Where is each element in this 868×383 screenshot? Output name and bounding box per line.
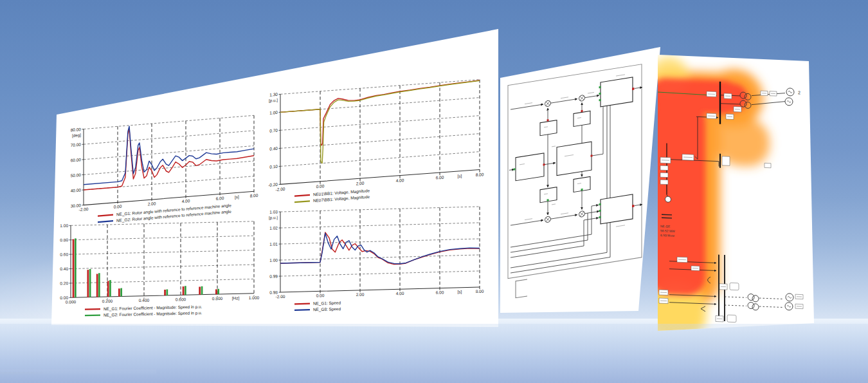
x-tick-label: -2.00: [276, 187, 285, 192]
y-tick-label: 1.00: [269, 110, 278, 115]
y-tick-label: 1.02: [269, 225, 278, 230]
x-tick-label: 0.00: [316, 183, 325, 189]
x-tick-label: 4.00: [182, 198, 190, 203]
x-tick-label: 2.00: [356, 181, 365, 186]
scene: 80.0070.0060.0050.0040.0030.00[deg]-2.00…: [0, 0, 868, 383]
sheet-grid-heatmap: 2 NE-SE 56.52 MW 6.59 Mvar: [0, 369, 156, 383]
x-tick-label: 0.000: [66, 299, 77, 304]
bar: [98, 273, 100, 297]
grid-line: [280, 207, 480, 212]
series-line-1: [280, 229, 480, 267]
y-tick-label: 50.00: [71, 173, 82, 178]
y-tick-label: 0.70: [269, 128, 278, 133]
legend-swatch: [294, 195, 310, 196]
bar: [87, 270, 89, 297]
axes: [84, 115, 254, 205]
x-tick-label: 8.00: [476, 289, 484, 294]
y-tick-label: 0.40: [269, 146, 278, 151]
x-unit-label: [Hz]: [232, 295, 240, 301]
x-unit-label: [s]: [235, 194, 239, 200]
bar: [89, 269, 91, 297]
grid-line: [280, 223, 480, 228]
y-tick-label: 1.00: [269, 257, 278, 262]
legend-label: NE_G8: Speed: [313, 306, 341, 312]
x-tick-label: 4.00: [396, 178, 404, 183]
legend-swatch: [294, 310, 310, 310]
grid-line: [280, 134, 480, 149]
y-unit-label: [deg]: [72, 133, 81, 138]
y-tick-label: 0.20: [60, 281, 68, 285]
bar: [107, 281, 109, 297]
network-info-line3: 6.59 Mvar: [660, 233, 675, 238]
y-tick-label: 0.99: [269, 274, 278, 278]
network-info-line1: NE-SE: [660, 224, 671, 229]
fourier-coefficient-chart: 1.000.800.600.400.200.000.0000.2000.4000…: [51, 216, 265, 325]
bar: [167, 289, 168, 295]
x-tick-label: 6.00: [216, 196, 224, 201]
grid-line: [280, 152, 480, 167]
x-tick-label: 0.00: [114, 204, 122, 209]
network-info-line2: 56.52 MW: [660, 229, 675, 233]
sheet-grid-heatmap: 2 NE-SE 56.52 MW 6.59 Mvar: [658, 55, 814, 331]
bar: [183, 286, 185, 295]
axes: [71, 221, 254, 297]
floor-reflection: 80.0070.0060.0050.0040.0030.00[deg]-2.00…: [0, 324, 868, 383]
y-tick-label: 80.00: [71, 127, 82, 132]
legend-label: NE_G2: Fourier Coefficient - Magnitude: …: [104, 310, 203, 317]
bar: [199, 286, 201, 294]
legend-swatch: [85, 315, 100, 316]
series-line-1: [280, 80, 480, 166]
bar: [201, 286, 203, 295]
measurement-bracket: [516, 279, 527, 298]
grid-line: [84, 131, 254, 144]
x-tick-label: -2.00: [276, 294, 285, 299]
x-tick-label: 0.600: [176, 297, 186, 301]
y-tick-label: 1.03: [269, 209, 278, 214]
voltage-magnitude-chart: 1.301.000.700.400.10-0.20[p.u.]-2.000.00…: [257, 72, 494, 218]
y-tick-label: 0.10: [269, 164, 278, 169]
grid-line: [71, 279, 254, 283]
transfer-function-blocks: [516, 142, 592, 182]
x-tick-label: 0.800: [212, 296, 223, 301]
y-tick-label: 0.80: [60, 238, 68, 242]
x-unit-label: [s]: [458, 290, 462, 295]
bar: [109, 280, 111, 297]
generator-speed-chart: 1.031.021.011.000.990.98[p.u.]-2.000.002…: [257, 201, 494, 322]
x-tick-label: 0.00: [316, 293, 325, 297]
bar: [75, 238, 77, 297]
y-tick-label: 70.00: [71, 142, 82, 147]
bar: [118, 288, 120, 296]
y-tick-label: 0.40: [60, 266, 68, 271]
x-tick-label: 6.00: [436, 290, 444, 294]
x-tick-label: -2.00: [79, 207, 89, 212]
x-tick-label: 8.00: [476, 172, 484, 177]
x-tick-label: 4.00: [396, 291, 404, 295]
y-unit-label: [p.u.]: [269, 98, 278, 104]
bar: [185, 286, 186, 295]
x-tick-label: 2.00: [148, 201, 156, 207]
legend-swatch: [294, 201, 310, 202]
bar: [73, 239, 75, 297]
generator-2-label: 2: [798, 90, 800, 95]
grid-line: [84, 115, 254, 129]
series-line-0: [280, 229, 480, 268]
x-tick-label: 2.00: [356, 292, 365, 297]
bar: [120, 288, 122, 297]
heatmap-core: [650, 78, 748, 298]
series-line-0: [280, 80, 480, 149]
legend-swatch: [85, 309, 100, 310]
bar: [215, 289, 217, 294]
feedback-wires: [511, 89, 610, 274]
bar: [164, 290, 166, 295]
legend-swatch: [98, 215, 113, 216]
grid-line: [280, 239, 480, 244]
y-tick-label: 60.00: [71, 157, 82, 162]
bar: [96, 274, 98, 297]
x-tick-label: 0.200: [102, 299, 113, 303]
block-diagram: [507, 60, 651, 304]
grid-line: [71, 236, 254, 239]
grid-line: [71, 250, 254, 254]
sheets-mirror: 80.0070.0060.0050.0040.0030.00[deg]-2.00…: [0, 324, 868, 383]
x-tick-label: 6.00: [436, 175, 444, 180]
series-line-0: [84, 118, 254, 190]
